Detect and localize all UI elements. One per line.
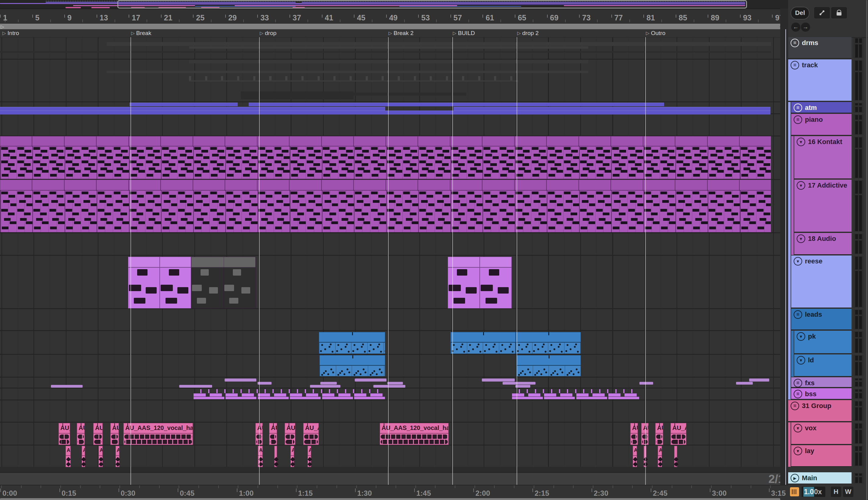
track-fold-icon[interactable]: ▼ bbox=[797, 181, 805, 190]
track-header-fxs[interactable]: ≡fxs bbox=[791, 377, 852, 388]
track-header-piano[interactable]: ≡piano bbox=[791, 114, 852, 136]
track-header-bss[interactable]: ≡bss bbox=[791, 388, 852, 399]
reese-midi-clip[interactable] bbox=[480, 257, 512, 308]
track-header-31-group[interactable]: ≡31 Group bbox=[788, 400, 852, 422]
group-fold-icon[interactable]: ≡ bbox=[794, 103, 802, 112]
beat-ruler[interactable]: 1591317212529333741454953576165697377818… bbox=[0, 9, 785, 24]
track-header-drms[interactable]: ≡drms bbox=[788, 37, 852, 59]
track-header-main[interactable]: ▶Main bbox=[788, 472, 852, 484]
atm-clip-bar[interactable] bbox=[454, 107, 770, 111]
atm-clip-bar[interactable] bbox=[249, 103, 664, 106]
track-fold-icon[interactable]: ▼ bbox=[794, 424, 802, 432]
group-fold-icon[interactable]: ≡ bbox=[791, 402, 799, 410]
layer-audio-clip[interactable]: A bbox=[633, 446, 637, 467]
track-header-ld[interactable]: ▼ld bbox=[794, 354, 852, 377]
piano-midi-clip[interactable] bbox=[0, 180, 771, 232]
layer-audio-clip[interactable]: A bbox=[98, 446, 103, 467]
fx-clip-bar[interactable] bbox=[310, 385, 341, 388]
track-fold-icon[interactable]: ▼ bbox=[794, 257, 802, 265]
fx-clip-bar[interactable] bbox=[387, 382, 403, 385]
track-header-vox[interactable]: ▼vox bbox=[791, 422, 852, 445]
fx-clip-bar[interactable] bbox=[515, 385, 530, 388]
delete-button[interactable]: Del bbox=[791, 7, 810, 20]
fx-clip-bar[interactable] bbox=[736, 382, 753, 385]
layer-audio-clip[interactable]: A bbox=[115, 446, 120, 467]
vocal-audio-clip[interactable]: AU_AAS_120_vocal_ha bbox=[380, 423, 449, 445]
vocal-audio-clip[interactable]: AU bbox=[655, 423, 663, 445]
track-header-pk[interactable]: ▼pk bbox=[794, 331, 852, 354]
layer-audio-clip[interactable]: A bbox=[66, 446, 71, 467]
play-icon[interactable]: ▶ bbox=[791, 474, 799, 482]
pk-midi-clip[interactable] bbox=[450, 332, 516, 354]
layer-audio-clip[interactable]: A bbox=[82, 446, 85, 467]
fx-clip-bar[interactable] bbox=[749, 378, 769, 382]
layer-audio-clip[interactable]: A bbox=[258, 446, 263, 467]
fx-clip-bar[interactable] bbox=[179, 385, 212, 388]
ld-midi-clip[interactable] bbox=[320, 355, 385, 376]
track-header-16-kontakt[interactable]: ▼16 Kontakt bbox=[794, 136, 852, 179]
locator-intro[interactable]: ▷Intro bbox=[2, 29, 19, 37]
fx-clip-bar[interactable] bbox=[503, 382, 535, 385]
vocal-audio-clip[interactable]: AU_ bbox=[58, 423, 70, 445]
group-fold-icon[interactable]: ≡ bbox=[794, 379, 802, 387]
atm-clip-bar[interactable] bbox=[0, 107, 385, 111]
atm-clip-bar[interactable] bbox=[130, 103, 238, 106]
fx-clip-bar[interactable] bbox=[482, 378, 515, 382]
track-header-track[interactable]: ≡track bbox=[788, 59, 852, 101]
bass-clip-cluster[interactable] bbox=[512, 388, 640, 399]
vocal-audio-clip[interactable]: AU_A bbox=[670, 423, 686, 445]
track-header-18-audio[interactable]: ▼18 Audio bbox=[794, 233, 852, 255]
locator-break-2[interactable]: ▷Break 2 bbox=[389, 29, 414, 37]
fx-clip-bar[interactable] bbox=[355, 378, 387, 382]
layer-audio-clip[interactable] bbox=[274, 446, 277, 467]
track-header-leads[interactable]: ≡leads bbox=[791, 309, 852, 330]
arrangement-grid[interactable]: AU_AUAUAUAU_AAS_120_vocal_haAUAUAUAU_AAU… bbox=[0, 37, 780, 485]
locator-build[interactable]: ▷BUILD bbox=[453, 29, 475, 37]
atm-clip-bar[interactable] bbox=[0, 111, 770, 114]
track-fold-icon[interactable]: ▼ bbox=[797, 332, 805, 341]
group-fold-icon[interactable]: ≡ bbox=[791, 61, 799, 69]
layer-audio-clip[interactable]: A bbox=[658, 446, 662, 467]
vocal-audio-clip[interactable]: AU_AAS_120_vocal_ha bbox=[123, 423, 193, 445]
locator-drop-2[interactable]: ▷drop 2 bbox=[517, 29, 538, 37]
horizontal-scrollbar[interactable] bbox=[0, 498, 780, 500]
locator-break[interactable]: ▷Break bbox=[131, 29, 151, 37]
fit-width-button[interactable]: W bbox=[843, 487, 853, 497]
reese-midi-clip[interactable] bbox=[160, 257, 191, 308]
fx-clip-bar[interactable] bbox=[225, 378, 256, 382]
track-header-lay[interactable]: ▼lay bbox=[791, 445, 852, 467]
vocal-audio-clip[interactable]: AU bbox=[110, 423, 119, 445]
layer-audio-clip[interactable]: A bbox=[308, 446, 311, 467]
reese-midi-clip-deactivated[interactable] bbox=[191, 257, 256, 308]
group-fold-icon[interactable]: ≡ bbox=[794, 390, 802, 398]
fit-height-button[interactable]: H bbox=[831, 487, 841, 497]
vocal-audio-clip[interactable]: AU bbox=[77, 423, 85, 445]
layer-audio-clip[interactable]: A bbox=[290, 446, 294, 467]
draw-line-tool-button[interactable] bbox=[814, 7, 830, 18]
track-header-17-addictive[interactable]: ▼17 Addictive bbox=[794, 180, 852, 232]
group-fold-icon[interactable]: ≡ bbox=[791, 39, 799, 47]
vocal-audio-clip[interactable]: AU bbox=[630, 423, 638, 445]
group-fold-icon[interactable]: ≡ bbox=[794, 115, 802, 124]
history-forward-button[interactable]: → bbox=[801, 23, 810, 32]
locator-drop[interactable]: ▷drop bbox=[260, 29, 276, 37]
pk-midi-clip[interactable] bbox=[516, 332, 581, 354]
vocal-audio-clip[interactable]: AU bbox=[285, 423, 295, 445]
audio-engine-button[interactable] bbox=[790, 487, 799, 496]
piano-midi-clip[interactable] bbox=[0, 136, 771, 179]
track-header-atm[interactable]: ≡atm bbox=[791, 102, 852, 113]
reese-midi-clip[interactable] bbox=[128, 257, 160, 308]
overview-viewport-frame[interactable] bbox=[117, 0, 747, 9]
scrub-bar[interactable]: ▷ bbox=[0, 24, 784, 30]
group-fold-icon[interactable]: ≡ bbox=[794, 310, 802, 319]
track-fold-icon[interactable]: ▼ bbox=[797, 138, 805, 146]
fx-clip-bar[interactable] bbox=[320, 382, 337, 385]
track-fold-icon[interactable]: ▼ bbox=[794, 447, 802, 455]
time-ruler[interactable]: 0:000:150:300:451:001:151:301:452:002:15… bbox=[0, 485, 788, 500]
layer-audio-clip[interactable] bbox=[674, 446, 677, 467]
fx-clip-bar[interactable] bbox=[639, 382, 653, 385]
bass-clip-cluster[interactable] bbox=[193, 388, 386, 399]
track-header-reese[interactable]: ▼reese bbox=[791, 255, 852, 308]
ld-midi-clip[interactable] bbox=[516, 355, 581, 376]
pk-midi-clip[interactable] bbox=[319, 332, 385, 354]
